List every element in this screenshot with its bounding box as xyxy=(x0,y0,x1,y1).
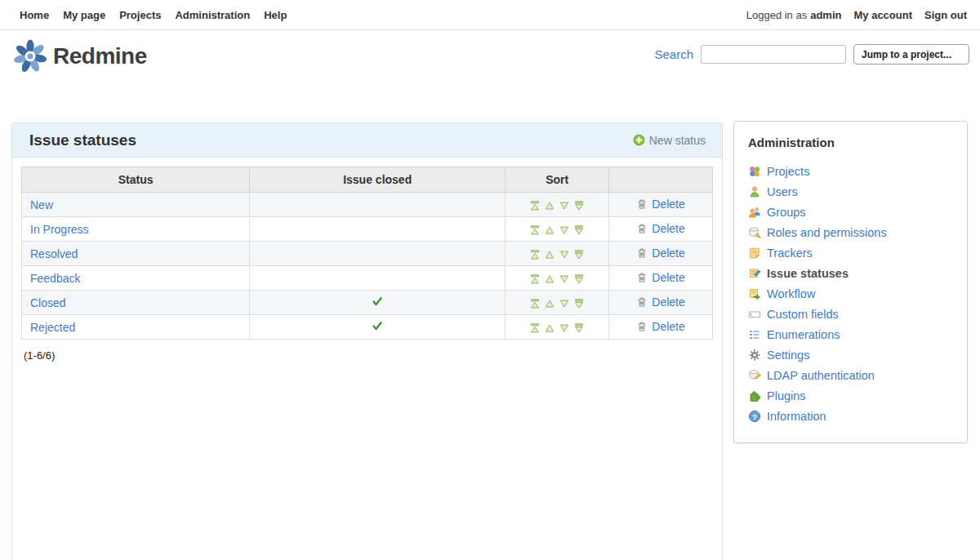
move-down-button[interactable] xyxy=(559,323,569,333)
move-to-bottom-button[interactable] xyxy=(574,201,584,211)
move-to-top-button[interactable] xyxy=(530,274,540,284)
issue-closed-cell xyxy=(250,291,506,315)
move-down-button[interactable] xyxy=(559,250,569,260)
move-up-icon xyxy=(545,225,555,235)
app-logo[interactable]: Redmine xyxy=(11,38,147,75)
sort-controls xyxy=(530,274,584,284)
sidebar-item-link[interactable]: Plugins xyxy=(767,389,806,402)
sidebar-item-roles-and-permissions[interactable]: Roles and permissions xyxy=(748,222,952,242)
move-up-button[interactable] xyxy=(545,299,555,309)
move-to-top-button[interactable] xyxy=(530,323,540,333)
username[interactable]: admin xyxy=(810,9,841,21)
sidebar-item-enumerations[interactable]: Enumerations xyxy=(748,324,952,344)
sidebar-item-link[interactable]: Settings xyxy=(767,349,809,362)
my-account-link[interactable]: My account xyxy=(853,9,912,21)
delete-label: Delete xyxy=(652,222,684,235)
delete-button[interactable]: Delete xyxy=(636,296,684,309)
move-down-button[interactable] xyxy=(559,299,569,309)
move-up-button[interactable] xyxy=(545,201,555,211)
move-to-bottom-button[interactable] xyxy=(574,274,584,284)
logged-in-label: Logged in as xyxy=(746,9,807,21)
top-menu-item-help[interactable]: Help xyxy=(264,9,287,21)
delete-label: Delete xyxy=(652,320,684,333)
delete-button[interactable]: Delete xyxy=(636,320,684,333)
sidebar-item-settings[interactable]: Settings xyxy=(748,344,952,365)
move-to-bottom-button[interactable] xyxy=(574,250,584,260)
delete-label: Delete xyxy=(652,296,684,309)
move-up-icon xyxy=(545,323,555,333)
move-up-button[interactable] xyxy=(545,274,555,284)
top-menu-left: HomeMy pageProjectsAdministrationHelp xyxy=(20,9,301,21)
column-header-sort: Sort xyxy=(506,167,609,193)
sidebar-item-trackers[interactable]: Trackers xyxy=(748,242,952,263)
move-down-icon xyxy=(559,201,569,211)
sidebar-item-link[interactable]: Groups xyxy=(767,206,806,219)
move-to-top-icon xyxy=(530,274,540,284)
sidebar-item-link[interactable]: Roles and permissions xyxy=(767,226,887,239)
sidebar-item-groups[interactable]: Groups xyxy=(748,202,952,222)
sidebar-item-information[interactable]: ?Information xyxy=(748,406,952,426)
sidebar-item-custom-fields[interactable]: Custom fields xyxy=(748,304,952,324)
delete-button[interactable]: Delete xyxy=(636,247,684,260)
top-menu-item-projects[interactable]: Projects xyxy=(119,9,161,21)
sidebar-item-link[interactable]: Information xyxy=(767,410,826,423)
top-menu-item-my-page[interactable]: My page xyxy=(63,9,105,21)
move-to-bottom-button[interactable] xyxy=(574,323,584,333)
top-menu-item-administration[interactable]: Administration xyxy=(175,9,250,21)
sidebar-item-link[interactable]: Workflow xyxy=(767,287,815,300)
move-to-top-button[interactable] xyxy=(530,201,540,211)
sidebar-item-link[interactable]: Trackers xyxy=(767,247,813,260)
move-up-button[interactable] xyxy=(545,250,555,260)
top-menu-item-home[interactable]: Home xyxy=(20,9,49,21)
move-down-icon xyxy=(559,299,569,309)
sidebar-item-ldap-authentication[interactable]: LDAP authentication xyxy=(748,365,952,385)
move-up-button[interactable] xyxy=(545,225,555,235)
top-menu-bar: HomeMy pageProjectsAdministrationHelp Lo… xyxy=(0,0,980,30)
sort-controls xyxy=(530,201,584,211)
trackers-icon xyxy=(748,247,761,260)
move-down-button[interactable] xyxy=(559,225,569,235)
sidebar-menu: ProjectsUsersGroupsRoles and permissions… xyxy=(748,161,952,426)
sidebar-item-link[interactable]: Projects xyxy=(767,165,809,178)
status-link[interactable]: Resolved xyxy=(30,247,78,260)
move-to-top-button[interactable] xyxy=(530,225,540,235)
sidebar-item-link[interactable]: Enumerations xyxy=(767,328,840,341)
workflow-icon xyxy=(748,287,761,300)
move-to-bottom-button[interactable] xyxy=(574,299,584,309)
move-to-top-button[interactable] xyxy=(530,250,540,260)
delete-button[interactable]: Delete xyxy=(636,271,684,284)
sidebar-item-workflow[interactable]: Workflow xyxy=(748,283,952,304)
delete-label: Delete xyxy=(652,198,684,211)
jump-to-project-select[interactable]: Jump to a project... xyxy=(853,44,969,64)
move-to-top-icon xyxy=(530,299,540,309)
search-link[interactable]: Search xyxy=(654,47,693,61)
status-link[interactable]: Rejected xyxy=(30,321,75,334)
admin-sidebar: Administration ProjectsUsersGroupsRoles … xyxy=(733,121,968,443)
move-up-button[interactable] xyxy=(545,323,555,333)
sidebar-item-projects[interactable]: Projects xyxy=(748,161,952,181)
move-down-button[interactable] xyxy=(559,274,569,284)
sidebar-item-link[interactable]: Custom fields xyxy=(767,308,839,321)
delete-button[interactable]: Delete xyxy=(636,198,684,211)
delete-button[interactable]: Delete xyxy=(636,222,684,235)
status-link[interactable]: Feedback xyxy=(30,272,80,285)
status-link[interactable]: In Progress xyxy=(30,223,89,236)
sort-controls xyxy=(530,323,584,333)
issue-closed-cell xyxy=(250,217,506,242)
status-link[interactable]: Closed xyxy=(30,296,66,309)
sidebar-item-plugins[interactable]: Plugins xyxy=(748,385,952,406)
move-to-bottom-button[interactable] xyxy=(574,225,584,235)
status-row: ClosedDelete xyxy=(22,291,713,315)
new-status-label: New status xyxy=(649,134,706,147)
move-down-button[interactable] xyxy=(559,201,569,211)
delete-label: Delete xyxy=(652,247,684,260)
status-row: NewDelete xyxy=(22,193,713,217)
new-status-button[interactable]: New status xyxy=(633,134,706,147)
move-to-top-button[interactable] xyxy=(530,299,540,309)
status-link[interactable]: New xyxy=(30,198,53,211)
sidebar-item-link[interactable]: Users xyxy=(767,185,798,198)
sidebar-item-link[interactable]: LDAP authentication xyxy=(767,369,875,382)
sign-out-link[interactable]: Sign out xyxy=(924,9,967,21)
search-input[interactable] xyxy=(701,45,846,64)
sidebar-item-users[interactable]: Users xyxy=(748,181,952,202)
